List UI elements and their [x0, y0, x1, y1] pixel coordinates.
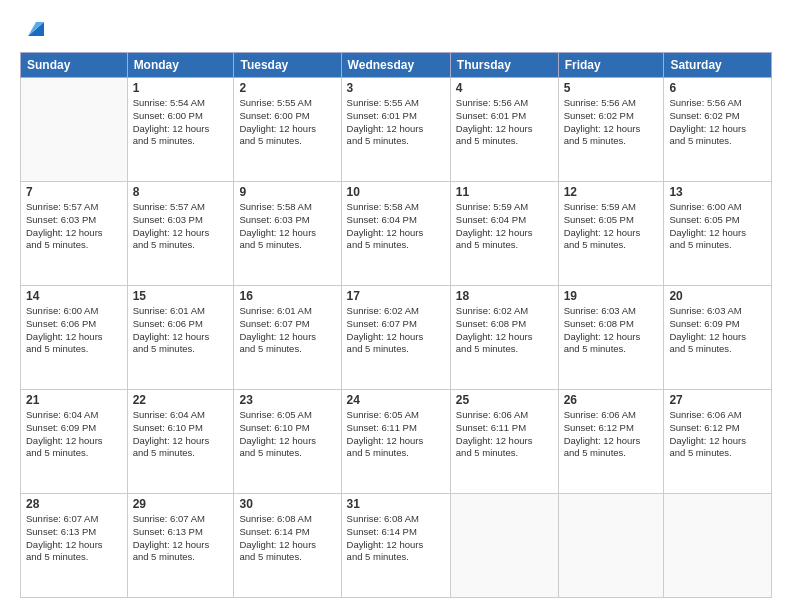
day-number: 6: [669, 81, 766, 95]
calendar-cell: 15Sunrise: 6:01 AM Sunset: 6:06 PM Dayli…: [127, 286, 234, 390]
calendar-cell: 8Sunrise: 5:57 AM Sunset: 6:03 PM Daylig…: [127, 182, 234, 286]
day-number: 24: [347, 393, 445, 407]
col-header-wednesday: Wednesday: [341, 53, 450, 78]
calendar-cell: 26Sunrise: 6:06 AM Sunset: 6:12 PM Dayli…: [558, 390, 664, 494]
day-detail: Sunrise: 5:59 AM Sunset: 6:05 PM Dayligh…: [564, 201, 659, 252]
day-detail: Sunrise: 6:02 AM Sunset: 6:07 PM Dayligh…: [347, 305, 445, 356]
day-detail: Sunrise: 6:07 AM Sunset: 6:13 PM Dayligh…: [26, 513, 122, 564]
day-detail: Sunrise: 6:00 AM Sunset: 6:06 PM Dayligh…: [26, 305, 122, 356]
day-number: 26: [564, 393, 659, 407]
calendar-cell: 31Sunrise: 6:08 AM Sunset: 6:14 PM Dayli…: [341, 494, 450, 598]
day-number: 5: [564, 81, 659, 95]
day-detail: Sunrise: 5:55 AM Sunset: 6:01 PM Dayligh…: [347, 97, 445, 148]
day-detail: Sunrise: 6:05 AM Sunset: 6:10 PM Dayligh…: [239, 409, 335, 460]
day-detail: Sunrise: 5:55 AM Sunset: 6:00 PM Dayligh…: [239, 97, 335, 148]
calendar-cell: 23Sunrise: 6:05 AM Sunset: 6:10 PM Dayli…: [234, 390, 341, 494]
day-detail: Sunrise: 6:08 AM Sunset: 6:14 PM Dayligh…: [239, 513, 335, 564]
day-number: 19: [564, 289, 659, 303]
col-header-monday: Monday: [127, 53, 234, 78]
day-detail: Sunrise: 5:57 AM Sunset: 6:03 PM Dayligh…: [26, 201, 122, 252]
day-detail: Sunrise: 6:00 AM Sunset: 6:05 PM Dayligh…: [669, 201, 766, 252]
day-number: 22: [133, 393, 229, 407]
day-detail: Sunrise: 6:06 AM Sunset: 6:11 PM Dayligh…: [456, 409, 553, 460]
week-row-3: 14Sunrise: 6:00 AM Sunset: 6:06 PM Dayli…: [21, 286, 772, 390]
day-number: 3: [347, 81, 445, 95]
day-detail: Sunrise: 5:57 AM Sunset: 6:03 PM Dayligh…: [133, 201, 229, 252]
column-headers: SundayMondayTuesdayWednesdayThursdayFrid…: [21, 53, 772, 78]
calendar-cell: 16Sunrise: 6:01 AM Sunset: 6:07 PM Dayli…: [234, 286, 341, 390]
calendar-cell: 3Sunrise: 5:55 AM Sunset: 6:01 PM Daylig…: [341, 78, 450, 182]
day-number: 1: [133, 81, 229, 95]
calendar-cell: 30Sunrise: 6:08 AM Sunset: 6:14 PM Dayli…: [234, 494, 341, 598]
calendar-cell: 19Sunrise: 6:03 AM Sunset: 6:08 PM Dayli…: [558, 286, 664, 390]
calendar-cell: 28Sunrise: 6:07 AM Sunset: 6:13 PM Dayli…: [21, 494, 128, 598]
calendar-cell: 25Sunrise: 6:06 AM Sunset: 6:11 PM Dayli…: [450, 390, 558, 494]
calendar-table: SundayMondayTuesdayWednesdayThursdayFrid…: [20, 52, 772, 598]
day-number: 20: [669, 289, 766, 303]
day-number: 7: [26, 185, 122, 199]
day-detail: Sunrise: 5:56 AM Sunset: 6:02 PM Dayligh…: [669, 97, 766, 148]
day-detail: Sunrise: 5:54 AM Sunset: 6:00 PM Dayligh…: [133, 97, 229, 148]
day-number: 23: [239, 393, 335, 407]
day-detail: Sunrise: 6:05 AM Sunset: 6:11 PM Dayligh…: [347, 409, 445, 460]
day-number: 9: [239, 185, 335, 199]
col-header-sunday: Sunday: [21, 53, 128, 78]
page: SundayMondayTuesdayWednesdayThursdayFrid…: [0, 0, 792, 612]
calendar-cell: 14Sunrise: 6:00 AM Sunset: 6:06 PM Dayli…: [21, 286, 128, 390]
day-detail: Sunrise: 6:06 AM Sunset: 6:12 PM Dayligh…: [669, 409, 766, 460]
calendar-cell: 13Sunrise: 6:00 AM Sunset: 6:05 PM Dayli…: [664, 182, 772, 286]
calendar-cell: 17Sunrise: 6:02 AM Sunset: 6:07 PM Dayli…: [341, 286, 450, 390]
day-number: 30: [239, 497, 335, 511]
calendar-cell: 1Sunrise: 5:54 AM Sunset: 6:00 PM Daylig…: [127, 78, 234, 182]
day-number: 8: [133, 185, 229, 199]
col-header-tuesday: Tuesday: [234, 53, 341, 78]
calendar-cell: 9Sunrise: 5:58 AM Sunset: 6:03 PM Daylig…: [234, 182, 341, 286]
logo-icon: [22, 14, 50, 42]
day-number: 17: [347, 289, 445, 303]
day-number: 31: [347, 497, 445, 511]
day-number: 2: [239, 81, 335, 95]
col-header-friday: Friday: [558, 53, 664, 78]
logo: [20, 18, 50, 42]
day-detail: Sunrise: 6:03 AM Sunset: 6:09 PM Dayligh…: [669, 305, 766, 356]
day-detail: Sunrise: 6:01 AM Sunset: 6:07 PM Dayligh…: [239, 305, 335, 356]
col-header-thursday: Thursday: [450, 53, 558, 78]
calendar-cell: 18Sunrise: 6:02 AM Sunset: 6:08 PM Dayli…: [450, 286, 558, 390]
week-row-5: 28Sunrise: 6:07 AM Sunset: 6:13 PM Dayli…: [21, 494, 772, 598]
day-detail: Sunrise: 6:06 AM Sunset: 6:12 PM Dayligh…: [564, 409, 659, 460]
day-detail: Sunrise: 6:04 AM Sunset: 6:10 PM Dayligh…: [133, 409, 229, 460]
calendar-cell: 10Sunrise: 5:58 AM Sunset: 6:04 PM Dayli…: [341, 182, 450, 286]
calendar-cell: 22Sunrise: 6:04 AM Sunset: 6:10 PM Dayli…: [127, 390, 234, 494]
day-detail: Sunrise: 5:56 AM Sunset: 6:01 PM Dayligh…: [456, 97, 553, 148]
calendar-cell: 27Sunrise: 6:06 AM Sunset: 6:12 PM Dayli…: [664, 390, 772, 494]
day-detail: Sunrise: 6:07 AM Sunset: 6:13 PM Dayligh…: [133, 513, 229, 564]
day-number: 29: [133, 497, 229, 511]
calendar-cell: 12Sunrise: 5:59 AM Sunset: 6:05 PM Dayli…: [558, 182, 664, 286]
calendar-cell: 6Sunrise: 5:56 AM Sunset: 6:02 PM Daylig…: [664, 78, 772, 182]
calendar-cell: [558, 494, 664, 598]
calendar-cell: 7Sunrise: 5:57 AM Sunset: 6:03 PM Daylig…: [21, 182, 128, 286]
calendar-cell: 24Sunrise: 6:05 AM Sunset: 6:11 PM Dayli…: [341, 390, 450, 494]
day-number: 14: [26, 289, 122, 303]
day-detail: Sunrise: 5:56 AM Sunset: 6:02 PM Dayligh…: [564, 97, 659, 148]
header: [20, 18, 772, 42]
day-number: 4: [456, 81, 553, 95]
day-detail: Sunrise: 6:02 AM Sunset: 6:08 PM Dayligh…: [456, 305, 553, 356]
week-row-4: 21Sunrise: 6:04 AM Sunset: 6:09 PM Dayli…: [21, 390, 772, 494]
day-number: 25: [456, 393, 553, 407]
day-detail: Sunrise: 5:58 AM Sunset: 6:04 PM Dayligh…: [347, 201, 445, 252]
day-number: 21: [26, 393, 122, 407]
day-number: 13: [669, 185, 766, 199]
day-detail: Sunrise: 6:01 AM Sunset: 6:06 PM Dayligh…: [133, 305, 229, 356]
day-detail: Sunrise: 5:58 AM Sunset: 6:03 PM Dayligh…: [239, 201, 335, 252]
day-number: 15: [133, 289, 229, 303]
calendar-cell: 20Sunrise: 6:03 AM Sunset: 6:09 PM Dayli…: [664, 286, 772, 390]
day-number: 28: [26, 497, 122, 511]
day-number: 18: [456, 289, 553, 303]
calendar-cell: 4Sunrise: 5:56 AM Sunset: 6:01 PM Daylig…: [450, 78, 558, 182]
day-detail: Sunrise: 6:08 AM Sunset: 6:14 PM Dayligh…: [347, 513, 445, 564]
calendar-cell: 5Sunrise: 5:56 AM Sunset: 6:02 PM Daylig…: [558, 78, 664, 182]
calendar-cell: 21Sunrise: 6:04 AM Sunset: 6:09 PM Dayli…: [21, 390, 128, 494]
col-header-saturday: Saturday: [664, 53, 772, 78]
week-row-1: 1Sunrise: 5:54 AM Sunset: 6:00 PM Daylig…: [21, 78, 772, 182]
